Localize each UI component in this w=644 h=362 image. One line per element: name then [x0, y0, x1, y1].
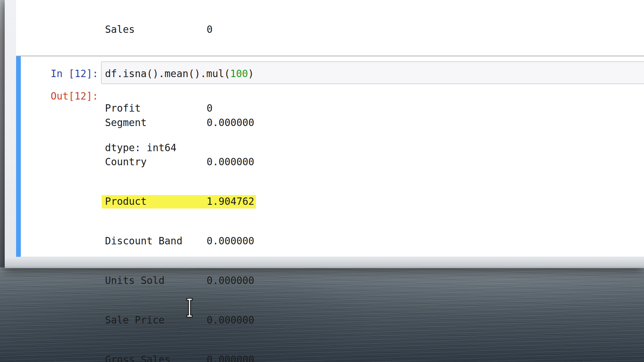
row-value: 0.000000: [207, 116, 255, 129]
series-row: Country0.000000: [105, 156, 255, 169]
code-number-literal: 100: [230, 68, 248, 79]
code-text: ): [248, 68, 254, 79]
row-name: Gross Sales: [105, 353, 207, 362]
row-value: 1.904762: [207, 195, 255, 208]
output-series: Segment0.000000 Country0.000000 Product1…: [105, 90, 255, 362]
series-row: Units Sold0.000000: [105, 274, 255, 287]
series-row: Segment0.000000: [105, 116, 255, 129]
series-row: Discount Band0.000000: [105, 235, 255, 248]
row-name: Discount Band: [105, 235, 207, 248]
ibeam-cursor-icon: [185, 297, 194, 318]
row-value: 0.000000: [207, 314, 255, 327]
series-row: Sales0: [105, 23, 255, 36]
selected-cell-indicator: [16, 56, 21, 257]
row-name: Product: [105, 195, 207, 208]
row-name: Segment: [105, 116, 207, 129]
row-value: 0.000000: [207, 274, 255, 287]
code-line[interactable]: df.isna().mean().mul(100): [105, 67, 254, 80]
row-value: 0.000000: [207, 156, 255, 169]
row-name: Sales: [105, 23, 207, 36]
cell-divider: [16, 56, 644, 56]
row-value: 0.000000: [207, 353, 255, 362]
series-row: Gross Sales0.000000: [105, 353, 255, 362]
row-value: 0.000000: [207, 235, 255, 248]
series-row: Sale Price0.000000: [105, 314, 255, 327]
row-name: Units Sold: [105, 274, 207, 287]
screen: Sales0 COGS0 Profit0 dtype: int64 In [12…: [0, 0, 644, 362]
row-name: Country: [105, 156, 207, 169]
input-prompt: In [12]:: [27, 67, 98, 80]
row-value: 0: [207, 23, 255, 36]
series-row-highlighted: Product1.904762: [102, 195, 256, 208]
code-text: df.isna().mean().mul(: [105, 68, 230, 79]
output-prompt: Out[12]:: [27, 90, 98, 103]
ocean-water: [0, 267, 644, 362]
